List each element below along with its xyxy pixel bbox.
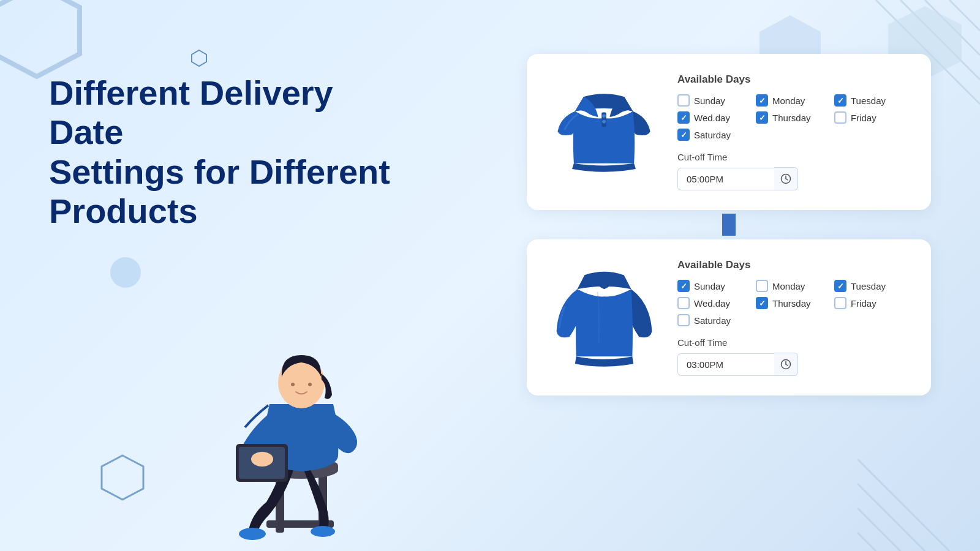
svg-point-28: [602, 114, 606, 118]
svg-marker-11: [192, 50, 206, 66]
days-grid-2: Sunday Monday Tuesday Wed.day: [677, 280, 909, 326]
card-connector: [527, 214, 931, 236]
day-sunday-1[interactable]: Sunday: [677, 94, 752, 107]
day-label-sunday-1: Sunday: [694, 96, 725, 106]
settings-panel-2: Available Days Sunday Monday Tuesday: [677, 259, 909, 376]
checkbox-friday-1[interactable]: [834, 111, 846, 124]
checkbox-wednesday-1[interactable]: [677, 111, 690, 124]
cutoff-input-wrap-2: [677, 353, 800, 376]
svg-line-7: [858, 484, 925, 551]
day-label-sunday-2: Sunday: [694, 281, 725, 291]
checkbox-friday-2[interactable]: [834, 297, 846, 309]
product-card-1: Available Days Sunday Monday Tuesday: [527, 54, 931, 210]
product-image-2: [549, 259, 659, 369]
svg-line-35: [786, 364, 788, 365]
product-image-1: [549, 73, 659, 184]
checkbox-saturday-2[interactable]: [677, 314, 690, 326]
product-card-2: Available Days Sunday Monday Tuesday: [527, 239, 931, 395]
clock-icon-2: [780, 359, 791, 370]
main-title: Different Delivery Date Settings for Dif…: [49, 73, 404, 231]
circle-decoration: [110, 257, 141, 288]
left-panel: Different Delivery Date Settings for Dif…: [49, 73, 404, 231]
day-label-tuesday-2: Tuesday: [851, 281, 886, 291]
day-monday-2[interactable]: Monday: [756, 280, 831, 292]
hex-bottomleft-decoration: [98, 453, 147, 502]
checkbox-thursday-1[interactable]: [756, 111, 768, 124]
cutoff-clock-button-1[interactable]: [774, 167, 798, 190]
available-days-title-1: Available Days: [677, 73, 909, 86]
connector-bar: [722, 214, 736, 236]
day-saturday-1[interactable]: Saturday: [677, 129, 752, 141]
cutoff-label-1: Cut-off Time: [677, 152, 909, 162]
day-label-friday-2: Friday: [851, 298, 876, 309]
person-illustration: [196, 294, 404, 551]
svg-marker-0: [0, 0, 80, 77]
day-label-thursday-1: Thursday: [772, 113, 811, 123]
clock-icon-1: [780, 173, 791, 184]
svg-line-9: [858, 533, 876, 551]
day-thursday-1[interactable]: Thursday: [756, 111, 831, 124]
hex-small-decoration: [190, 49, 208, 67]
svg-point-26: [251, 452, 273, 467]
title-line3: Products: [49, 192, 198, 230]
svg-line-32: [786, 179, 788, 180]
checkbox-thursday-2[interactable]: [756, 297, 768, 309]
person-svg: [196, 294, 404, 551]
cutoff-time-input-1[interactable]: [677, 168, 774, 190]
checkbox-tuesday-2[interactable]: [834, 280, 846, 292]
hex-topleft-decoration: [0, 0, 86, 80]
diagonal-lines-br-decoration: [858, 429, 980, 551]
available-days-title-2: Available Days: [677, 259, 909, 271]
day-saturday-2[interactable]: Saturday: [677, 314, 752, 326]
checkbox-monday-1[interactable]: [756, 94, 768, 107]
day-label-saturday-2: Saturday: [694, 315, 731, 326]
svg-line-4: [949, 0, 980, 31]
day-label-thursday-2: Thursday: [772, 298, 811, 309]
day-label-saturday-1: Saturday: [694, 130, 731, 140]
day-tuesday-2[interactable]: Tuesday: [834, 280, 909, 292]
day-wednesday-1[interactable]: Wed.day: [677, 111, 752, 124]
cutoff-time-input-2[interactable]: [677, 353, 774, 376]
day-tuesday-1[interactable]: Tuesday: [834, 94, 909, 107]
day-label-wednesday-1: Wed.day: [694, 113, 730, 123]
day-thursday-2[interactable]: Thursday: [756, 297, 831, 309]
day-monday-1[interactable]: Monday: [756, 94, 831, 107]
day-label-wednesday-2: Wed.day: [694, 298, 730, 309]
title-line1: Different Delivery Date: [49, 73, 333, 151]
day-label-monday-1: Monday: [772, 96, 805, 106]
day-label-monday-2: Monday: [772, 281, 805, 291]
day-label-friday-1: Friday: [851, 113, 876, 123]
svg-line-8: [858, 508, 900, 551]
day-sunday-2[interactable]: Sunday: [677, 280, 752, 292]
svg-line-6: [858, 459, 949, 551]
day-friday-1[interactable]: Friday: [834, 111, 909, 124]
day-friday-2[interactable]: Friday: [834, 297, 909, 309]
cutoff-clock-button-2[interactable]: [774, 353, 798, 376]
svg-point-18: [239, 528, 266, 540]
svg-point-29: [602, 120, 606, 124]
cutoff-input-wrap-1: [677, 167, 800, 190]
days-grid-1: Sunday Monday Tuesday Wed.day: [677, 94, 909, 141]
svg-marker-12: [102, 455, 143, 500]
cutoff-label-2: Cut-off Time: [677, 337, 909, 348]
polo-shirt-svg: [552, 77, 656, 181]
longsleeve-shirt-svg: [554, 258, 655, 371]
checkbox-sunday-1[interactable]: [677, 94, 690, 107]
svg-point-22: [291, 383, 295, 386]
checkbox-saturday-1[interactable]: [677, 129, 690, 141]
checkbox-tuesday-1[interactable]: [834, 94, 846, 107]
right-panel: Available Days Sunday Monday Tuesday: [527, 54, 931, 395]
day-wednesday-2[interactable]: Wed.day: [677, 297, 752, 309]
svg-line-3: [925, 0, 980, 55]
svg-point-19: [311, 526, 335, 537]
title-line2: Settings for Different: [49, 152, 390, 191]
day-label-tuesday-1: Tuesday: [851, 96, 886, 106]
checkbox-wednesday-2[interactable]: [677, 297, 690, 309]
settings-panel-1: Available Days Sunday Monday Tuesday: [677, 73, 909, 190]
svg-point-23: [308, 383, 312, 386]
checkbox-monday-2[interactable]: [756, 280, 768, 292]
checkbox-sunday-2[interactable]: [677, 280, 690, 292]
